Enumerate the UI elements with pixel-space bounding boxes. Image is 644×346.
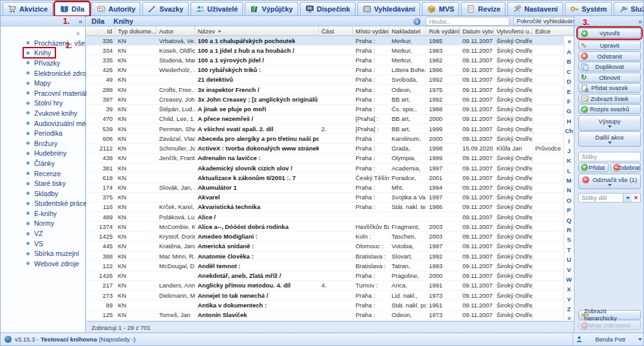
alphabet-letter[interactable]: H <box>567 116 571 126</box>
show-card-button[interactable]: Zobrazit lístek <box>578 94 641 104</box>
column-header-edice[interactable]: Edice <box>533 26 574 35</box>
table-row[interactable]: 470 KN Child, Lee, 1... A přece nezemřeš… <box>86 114 564 124</box>
search-input[interactable] <box>426 18 516 25</box>
tab-svazky[interactable]: Svazky <box>142 2 188 15</box>
sidebar-item-link[interactable]: Zvukové knihy <box>24 109 81 118</box>
table-row[interactable]: 381 KN Akademický slovník cizích slov / … <box>86 163 564 173</box>
table-row[interactable]: 89 KN Antika v dokumentech : Praha : Stá… <box>86 300 564 310</box>
tab-uzivatele[interactable]: Uživatelé <box>191 2 243 15</box>
add-tag-button[interactable]: + Přidat <box>578 163 609 172</box>
alphabet-letter[interactable]: Z <box>567 304 571 314</box>
table-row[interactable]: 174 KN Slovák, Jan, ... Akumulátor 1 Pra… <box>86 183 564 193</box>
table-row[interactable]: 273 KN Diekmann, Mi... Annejet to tak ne… <box>86 291 564 300</box>
sidebar-item-link[interactable]: Knihy <box>24 48 55 57</box>
table-row[interactable]: 334 KN Kosek, Oldřich 100 a 1 jídel z hu… <box>86 46 564 55</box>
sidebar-item-link[interactable]: Pracovní materiály <box>24 89 94 98</box>
column-header-cast[interactable]: Část <box>319 26 353 35</box>
table-row[interactable]: 288 KN Crofts, Free... 3x inspektor Fren… <box>86 85 564 95</box>
restore-button[interactable]: ↻ Obnovit <box>578 73 641 82</box>
sidebar-item-link[interactable]: Přívazky <box>24 59 64 68</box>
sidebar-item-link[interactable]: Procházení - vše <box>24 39 89 48</box>
sidebar-item-link[interactable]: Mapy <box>24 78 55 87</box>
tags-input[interactable] <box>578 152 641 161</box>
table-row[interactable]: 375 KN Akvarel Praha : Svojtka a Va... 1… <box>86 193 564 203</box>
outputs-button[interactable]: Výstupy <box>578 115 641 131</box>
table-row[interactable]: 122 KN McDougal, D... Anděl temnot : Bra… <box>86 261 564 271</box>
table-row[interactable]: 336 KN Vrbatová, Ve... 100 a 1 chalupářs… <box>86 36 564 46</box>
table-row[interactable]: 539 KN Penman, Sha... A všichni svatí sp… <box>86 124 564 134</box>
table-row[interactable]: 388 KN Mac Minn, R.... Anatomie člověka … <box>86 251 564 261</box>
edit-button[interactable]: ✎ Upravit <box>578 41 641 50</box>
column-header-nazev[interactable]: Název <box>195 26 319 35</box>
table-row[interactable]: 606 KN Zavázal, Vlad... Abeceda pro aler… <box>86 134 564 143</box>
scroll-to-top-icon[interactable]: « <box>566 40 573 44</box>
alphabet-letter[interactable]: E <box>567 87 571 96</box>
sidebar-item-link[interactable]: VZ <box>24 229 46 238</box>
sidebar-item-link[interactable]: Periodika <box>24 129 66 138</box>
alphabet-letter[interactable]: Ch <box>565 126 573 136</box>
add-volume-button[interactable]: Přidat svazek <box>578 83 641 93</box>
column-header-rok[interactable]: Rok vydání <box>426 26 460 35</box>
scroll-to-bottom-icon[interactable]: « <box>566 316 573 320</box>
alphabet-letter[interactable]: K <box>567 156 571 165</box>
alphabet-letter[interactable]: B <box>567 57 571 66</box>
column-header-datum[interactable]: Datum vytvo... <box>460 26 494 35</box>
column-header-nakladatel[interactable]: Nakladatel <box>389 26 426 35</box>
duplicate-button[interactable]: Duplikovat <box>578 62 641 71</box>
combobox-clear-icon[interactable]: × <box>632 194 640 202</box>
alphabet-letter[interactable]: J <box>567 146 571 156</box>
sidebar-item-link[interactable]: Recenze <box>24 169 64 178</box>
alphabet-letter[interactable]: X <box>567 284 571 294</box>
alphabet-letter[interactable]: M <box>567 176 572 185</box>
alphabet-letter[interactable]: D <box>567 77 571 86</box>
alphabet-letter[interactable]: C <box>567 67 571 77</box>
tab-mvs[interactable]: MVS <box>422 2 459 15</box>
table-row[interactable]: 125 KN Tomeš, Jan Antonín Slavíček Praha… <box>86 311 564 320</box>
table-row[interactable]: 116 KN Krček, Karel, ... Akvaristická te… <box>86 203 564 212</box>
sidebar-item-link[interactable]: Webové zdroje <box>24 259 83 268</box>
remove-tag-button[interactable]: − Odebrat <box>611 163 641 172</box>
table-row[interactable]: 397 KN Creasey, Joh... 3x John Creasey ;… <box>86 95 564 104</box>
sidebar-item-link[interactable]: Hudebniny <box>24 149 70 158</box>
tab-vypujcky[interactable]: Výpůjčky <box>245 2 298 15</box>
table-row[interactable]: 438 KN Jenčík, Franti... Adrenalin na la… <box>86 154 564 163</box>
tab-dila[interactable]: Díla <box>55 2 90 15</box>
table-row[interactable]: 426 KN Wiederholz, ... 100 rybářských tr… <box>86 66 564 75</box>
alphabet-letter[interactable]: L <box>567 166 571 176</box>
sidebar-item-link[interactable]: Brožury <box>24 139 61 148</box>
sidebar-item-link[interactable]: Sbírka muzejní <box>24 249 83 258</box>
alphabet-letter[interactable]: P <box>567 205 571 215</box>
advanced-search-button[interactable]: Pokročilé vyhledávání <box>513 17 579 26</box>
create-button[interactable]: + Vytvořit <box>578 28 641 38</box>
tab-system[interactable]: Systém <box>565 2 612 15</box>
tab-akvizice[interactable]: Akvizice <box>3 2 53 15</box>
alphabet-letter[interactable]: N <box>567 185 571 195</box>
alphabet-letter[interactable]: O <box>567 196 571 205</box>
volume-list-button[interactable]: ✓ Rozpis svazků <box>578 104 641 114</box>
sidebar-item-link[interactable]: Normy <box>24 219 58 228</box>
collapse-sidebar-icon[interactable]: « <box>79 18 82 24</box>
alphabet-letter[interactable]: S <box>567 235 571 244</box>
table-row[interactable]: 49 KN 21 detektivů Praha : Svoboda, 1992… <box>86 75 564 85</box>
delete-button[interactable]: × Odstranit <box>578 51 641 61</box>
alphabet-letter[interactable]: V <box>567 265 571 275</box>
tab-dispecink[interactable]: Dispečink <box>300 2 355 15</box>
column-header-typ[interactable]: Typ dokume... <box>115 26 156 35</box>
more-actions-button[interactable]: Další akce <box>578 131 641 147</box>
alphabet-letter[interactable]: F <box>567 96 571 106</box>
user-menu-button[interactable]: Benda Petr <box>573 333 644 345</box>
sidebar-item-link[interactable]: Staré tisky <box>24 179 70 188</box>
alphabet-letter[interactable]: U <box>567 255 571 264</box>
tab-revize[interactable]: Revize <box>461 2 506 15</box>
deselect-all-button[interactable]: − Odznačit vše (1) <box>578 174 641 189</box>
table-row[interactable]: 2112 KN Schmuller, Jo... ActiveX : tvorb… <box>86 144 564 154</box>
tab-vyhledavani[interactable]: Vyhledávání <box>357 2 421 15</box>
table-row[interactable]: 1425 KN Krystof, Doris Amedeo Modigliani… <box>86 232 564 242</box>
my-views-button[interactable]: − Moje zobrazení <box>578 320 641 330</box>
alphabet-letter[interactable]: T <box>567 245 571 255</box>
show-hierarchy-button[interactable]: Zobrazit hierarchicky <box>578 310 641 320</box>
alphabet-letter[interactable]: Y <box>567 295 571 304</box>
table-row[interactable]: 217 KN Landers, Ann Anglicky přímou meto… <box>86 281 564 291</box>
column-header-misto[interactable]: Místo vydání <box>353 26 389 35</box>
combobox-dropdown-icon[interactable] <box>623 194 632 202</box>
